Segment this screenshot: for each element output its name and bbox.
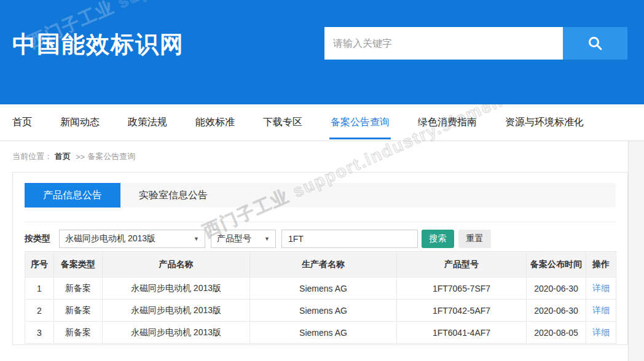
column-header: 序号 <box>25 252 54 278</box>
cell-publish-date: 2020-06-30 <box>527 300 586 322</box>
breadcrumb-prefix: 当前位置： <box>12 151 52 162</box>
tab-2[interactable]: 实验室信息公告 <box>120 183 226 208</box>
table-row: 3新备案永磁同步电动机 2013版Siemens AG1FT6041-4AF72… <box>25 322 616 344</box>
breadcrumb: 当前位置： 首页 >> 备案公告查询 <box>0 141 628 172</box>
field-select-value: 产品型号 <box>217 233 251 244</box>
column-header: 产品型号 <box>397 252 527 278</box>
cell-manufacturer: Siemens AG <box>250 278 397 300</box>
breadcrumb-current: 备案公告查询 <box>87 151 135 162</box>
results-table: 序号备案类型产品名称生产者名称产品型号备案公布时间操作 1新备案永磁同步电动机 … <box>25 251 616 344</box>
column-header: 备案类型 <box>54 252 103 278</box>
column-header: 备案公布时间 <box>527 252 586 278</box>
breadcrumb-separator: >> <box>76 152 85 161</box>
cell-product-name: 永磁同步电动机 2013版 <box>103 322 250 344</box>
cell-record-type: 新备案 <box>54 322 103 344</box>
nav-item-4[interactable]: 能效标准 <box>195 104 235 141</box>
cell-manufacturer: Siemens AG <box>250 322 397 344</box>
chevron-down-icon: ▼ <box>194 236 199 242</box>
nav-active-underline <box>329 138 391 139</box>
cell-model: 1FT7042-5AF7 <box>397 300 527 322</box>
table-header-row: 序号备案类型产品名称生产者名称产品型号备案公布时间操作 <box>25 252 616 278</box>
nav-item-8[interactable]: 资源与环境标准化 <box>505 104 584 141</box>
tab-1[interactable]: 产品信息公告 <box>25 183 120 208</box>
main-nav: 首页新闻动态政策法规能效标准下载专区备案公告查询绿色消费指南资源与环境标准化 <box>0 104 644 141</box>
cell-action: 详细 <box>586 300 616 322</box>
search-input[interactable] <box>324 27 563 60</box>
chevron-down-icon: ▼ <box>264 236 270 242</box>
table-body: 1新备案永磁同步电动机 2013版Siemens AG1FT7065-7SF72… <box>25 278 616 344</box>
search-icon <box>587 35 603 52</box>
category-select[interactable]: 永磁同步电动机 2013版 ▼ <box>59 230 205 248</box>
cell-publish-date: 2020-08-05 <box>527 322 586 344</box>
detail-link[interactable]: 详细 <box>592 305 610 315</box>
table-row: 2新备案永磁同步电动机 2013版Siemens AG1FT7042-5AF72… <box>25 300 616 322</box>
site-logo: 中国能效标识网 <box>12 29 184 60</box>
cell-action: 详细 <box>586 278 616 300</box>
filter-row: 按类型 永磁同步电动机 2013版 ▼ 产品型号 ▼ 搜索 重置 <box>25 230 616 248</box>
cell-manufacturer: Siemens AG <box>250 300 397 322</box>
filter-reset-button[interactable]: 重置 <box>458 230 491 248</box>
detail-link[interactable]: 详细 <box>592 283 610 293</box>
field-select[interactable]: 产品型号 ▼ <box>211 230 276 248</box>
filter-search-button[interactable]: 搜索 <box>422 230 454 248</box>
nav-item-5[interactable]: 下载专区 <box>263 104 302 141</box>
cell-index: 1 <box>25 278 54 300</box>
category-select-value: 永磁同步电动机 2013版 <box>65 233 155 244</box>
search-button[interactable] <box>563 27 627 60</box>
nav-item-6[interactable]: 备案公告查询 <box>331 104 390 141</box>
page-background-gutter <box>628 141 644 361</box>
nav-item-3[interactable]: 政策法规 <box>128 104 167 141</box>
content-panel: 产品信息公告实验室信息公告 按类型 永磁同步电动机 2013版 ▼ 产品型号 ▼… <box>12 172 628 345</box>
cell-record-type: 新备案 <box>54 278 103 300</box>
nav-item-7[interactable]: 绿色消费指南 <box>418 104 477 141</box>
table-row: 1新备案永磁同步电动机 2013版Siemens AG1FT7065-7SF72… <box>25 278 616 300</box>
nav-item-2[interactable]: 新闻动态 <box>60 104 100 141</box>
column-header: 生产者名称 <box>250 252 397 278</box>
cell-action: 详细 <box>586 322 616 344</box>
site-header: 西门子工业 support.industry.siemens.com 找答案 中… <box>0 0 644 104</box>
cell-record-type: 新备案 <box>54 300 103 322</box>
keyword-input[interactable] <box>281 230 418 248</box>
detail-link[interactable]: 详细 <box>592 327 610 337</box>
cell-product-name: 永磁同步电动机 2013版 <box>103 278 250 300</box>
column-header: 产品名称 <box>103 252 250 278</box>
cell-model: 1FT6041-4AF7 <box>397 322 527 344</box>
column-header: 操作 <box>586 252 616 278</box>
cell-model: 1FT7065-7SF7 <box>397 278 527 300</box>
cell-index: 3 <box>25 322 54 344</box>
cell-publish-date: 2020-06-30 <box>527 278 586 300</box>
cell-product-name: 永磁同步电动机 2013版 <box>103 300 250 322</box>
nav-item-1[interactable]: 首页 <box>12 104 32 141</box>
breadcrumb-home-link[interactable]: 首页 <box>55 151 71 162</box>
tab-bar: 产品信息公告实验室信息公告 <box>25 183 616 208</box>
section-divider <box>25 222 616 222</box>
cell-index: 2 <box>25 300 54 322</box>
header-search <box>324 27 627 60</box>
filter-type-label: 按类型 <box>25 233 50 244</box>
